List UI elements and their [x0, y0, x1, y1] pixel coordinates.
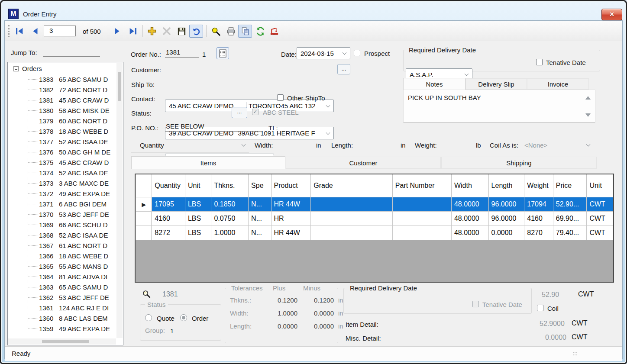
column-width[interactable]: Width	[451, 174, 488, 197]
cell-price[interactable]: 79.40...	[553, 225, 587, 240]
cell-width[interactable]: 48.0000	[451, 197, 488, 211]
tree-order-item[interactable]: 1366 18 ABC WEBE D	[8, 251, 115, 261]
calculator-button[interactable]	[217, 47, 229, 59]
tree-order-item[interactable]: 1381 45 ABC CRAW D	[8, 95, 115, 105]
tree-horizontal-scrollbar[interactable]	[8, 338, 116, 345]
previous-record-button[interactable]	[28, 25, 42, 38]
tree-collapse-toggle[interactable]	[13, 66, 19, 71]
quote-radio[interactable]	[145, 314, 152, 321]
cell-price-unit[interactable]: CWT	[587, 197, 613, 211]
cell-price[interactable]: 69.90...	[553, 211, 587, 225]
tree-order-item[interactable]: 1379 60 ABC NORT D	[8, 116, 115, 126]
row-selector-cell[interactable]: ▶	[136, 225, 152, 240]
cell-quantity[interactable]: 17095	[152, 197, 185, 211]
column-thkns[interactable]: Thkns.	[211, 174, 249, 197]
cell-grade[interactable]	[311, 225, 393, 240]
tree-root-label[interactable]: Orders	[22, 65, 42, 72]
zoom-item-button[interactable]	[140, 288, 153, 301]
tree-order-item[interactable]: 1361 124 ABC RJ E DI	[8, 303, 115, 313]
cell-product[interactable]: HR	[271, 211, 311, 225]
tenative-date-checkbox[interactable]	[536, 59, 543, 65]
cell-weight[interactable]: 4160	[524, 211, 553, 225]
resize-grip-icon[interactable]	[573, 352, 577, 355]
crane-button[interactable]	[267, 25, 281, 38]
cell-width[interactable]: 48.0000	[451, 211, 488, 225]
cell-product[interactable]: HR 44W	[271, 225, 311, 240]
undo-button[interactable]	[189, 25, 203, 38]
order-date-combobox[interactable]: 2024-03-15	[297, 47, 350, 59]
cell-thkns[interactable]: 0.1850	[211, 197, 249, 211]
find-button[interactable]	[209, 25, 223, 38]
save-button[interactable]	[175, 25, 188, 38]
order-no-input[interactable]: 1381	[165, 47, 199, 58]
cell-price-unit[interactable]: CWT	[587, 211, 613, 225]
scroll-down-icon[interactable]	[585, 113, 591, 117]
tree-order-item[interactable]: 1376 50 ABC GH M DE	[8, 147, 115, 157]
column-grade[interactable]: Grade	[311, 174, 393, 197]
cell-thkns[interactable]: 1.0000	[211, 225, 249, 240]
next-record-button[interactable]	[110, 25, 124, 38]
cell-part-number[interactable]	[392, 197, 451, 211]
cell-price[interactable]: 52.90...	[553, 197, 587, 211]
tree-order-item[interactable]: 1365 55 ABC MANS D	[8, 261, 115, 271]
tree-order-item[interactable]: 1377 52 ABC ISAA DE	[8, 136, 115, 147]
tab-items[interactable]: Items	[131, 156, 285, 169]
status-browse-button[interactable]: ...	[232, 107, 247, 118]
column-quantity[interactable]: Quantity	[152, 174, 185, 197]
cell-unit[interactable]: LBS	[185, 225, 211, 240]
close-button[interactable]: ✕	[601, 9, 622, 20]
record-number-input[interactable]: 3	[44, 26, 76, 36]
column-length[interactable]: Length	[488, 174, 524, 197]
tab-notes[interactable]: Notes	[403, 78, 465, 90]
tree-order-item[interactable]: 1382 72 ABC NORT D	[8, 84, 115, 95]
tree-order-item[interactable]: 1380 58 ABC MISK DE	[8, 105, 115, 116]
cell-weight[interactable]: 8270	[524, 225, 553, 240]
cell-length[interactable]: 96.0000	[488, 211, 524, 225]
cell-length[interactable]: 96.0000	[488, 197, 524, 211]
cell-price-unit[interactable]: CWT	[587, 225, 613, 240]
tree-order-item[interactable]: 1362 53 ABC JEFF DE	[8, 292, 115, 303]
coil-checkbox[interactable]	[537, 305, 543, 311]
cell-quantity[interactable]: 8272	[152, 225, 185, 240]
tab-shipping[interactable]: Shipping	[441, 157, 597, 169]
tree-order-item[interactable]: 1364 81 ABC ADVA DI	[8, 271, 115, 282]
tree-order-item[interactable]: 1367 61 ABC NORT D	[8, 240, 115, 251]
grid-row[interactable]: ▶ 4160 LBS 0.0750 N... HR 48.0000 96.000…	[136, 211, 613, 225]
order-radio[interactable]	[180, 314, 187, 321]
column-product[interactable]: Product	[271, 174, 311, 197]
cell-width[interactable]: 48.0000	[451, 225, 488, 240]
add-record-button[interactable]	[145, 25, 159, 38]
tree-order-item[interactable]: 1383 65 ABC SAMU D	[8, 74, 115, 84]
tree-order-item[interactable]: 1360 8 ABC LAS DEM	[8, 313, 115, 323]
cell-part-number[interactable]	[392, 225, 451, 240]
cell-spe[interactable]: N...	[249, 225, 271, 240]
grid-row[interactable]: ▶ 8272 LBS 1.0000 N... HR 44W 48.0000 0.…	[136, 225, 613, 240]
tree-vertical-scrollbar-thumb[interactable]	[118, 72, 121, 101]
column-unit2[interactable]: Unit	[587, 174, 613, 197]
tree-order-item[interactable]: 1374 52 ABC ISAA DE	[8, 168, 115, 178]
last-record-button[interactable]	[126, 25, 140, 38]
cell-quantity[interactable]: 4160	[152, 211, 185, 225]
cell-unit[interactable]: LBS	[185, 197, 211, 211]
column-spe[interactable]: Spe	[249, 174, 271, 197]
column-unit[interactable]: Unit	[185, 174, 211, 197]
scroll-up-icon[interactable]	[585, 96, 591, 100]
tree-order-item[interactable]: 1373 3 ABC MAXC DE	[8, 178, 115, 188]
tab-customer[interactable]: Customer	[286, 157, 441, 169]
cell-length[interactable]: 0.0000	[488, 225, 524, 240]
prospect-checkbox[interactable]	[354, 50, 360, 56]
cell-grade[interactable]	[311, 211, 393, 225]
column-weight[interactable]: Weight	[524, 174, 553, 197]
tab-invoice[interactable]: Invoice	[527, 78, 589, 90]
jump-to-input[interactable]	[43, 46, 100, 57]
cell-product[interactable]: HR 44W	[271, 197, 311, 211]
tree-order-item[interactable]: 1369 66 ABC SCHU D	[8, 219, 115, 230]
column-part-number[interactable]: Part Number	[392, 174, 451, 197]
toolbar-grip[interactable]	[8, 25, 10, 37]
cell-part-number[interactable]	[392, 211, 451, 225]
row-selector-cell[interactable]: ▶	[136, 211, 152, 225]
tree-order-item[interactable]: 1372 49 ABC EXPA DE	[8, 188, 115, 199]
row-selector-cell[interactable]: ▶	[136, 197, 152, 211]
cell-spe[interactable]: N...	[249, 211, 271, 225]
print-button[interactable]	[224, 25, 238, 38]
